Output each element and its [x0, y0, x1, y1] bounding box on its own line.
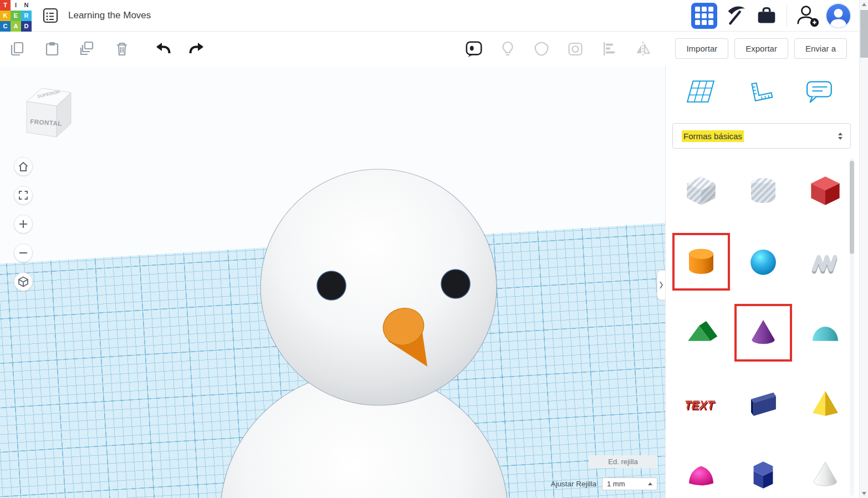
shape-glyph-sphere-blue: [745, 243, 782, 280]
notes-toggle-button[interactable]: [464, 39, 483, 58]
chevron-right-icon: [659, 281, 663, 289]
brick-export-button[interactable]: [753, 3, 779, 29]
logo-letter-C: C: [0, 21, 11, 32]
shape-category-value: Formas básicas: [682, 130, 744, 142]
undo-icon: [153, 40, 172, 58]
solid-mode-button[interactable]: [532, 39, 551, 58]
zoom-out-button[interactable]: [14, 243, 33, 262]
edit-tools: [8, 39, 207, 58]
undo-button[interactable]: [153, 39, 172, 58]
tinkercad-logo[interactable]: TINKERCAD: [0, 0, 32, 32]
workplane-tool-button[interactable]: [686, 77, 716, 106]
shape-tile-cylinder-orange[interactable]: [672, 233, 730, 291]
edit-grid-button[interactable]: Ed. rejilla: [589, 455, 657, 468]
shape-tile-sphere-blue[interactable]: [734, 233, 792, 291]
dashboard-button[interactable]: [691, 3, 717, 29]
caret-up-icon: [648, 482, 652, 485]
trash-icon: [113, 40, 131, 58]
shape-glyph-box-striped: [683, 172, 719, 209]
shapes-panel: Formas básicas TEXTTEXT: [665, 66, 859, 498]
snap-grid-select[interactable]: 1 mm: [602, 477, 657, 490]
perspective-toggle-button[interactable]: [14, 272, 33, 291]
header-divider: [787, 5, 787, 26]
redo-button[interactable]: [188, 39, 207, 58]
send-to-button[interactable]: Enviar a: [794, 38, 847, 59]
snowman-eye-left[interactable]: [317, 271, 346, 300]
shape-tile-pyramid-yellow[interactable]: [796, 375, 851, 433]
shape-glyph-paraboloid-magenta: [683, 456, 719, 493]
logo-letter-R: R: [21, 11, 32, 21]
header-actions: [691, 3, 851, 29]
shape-glyph-cylinder-striped: [745, 172, 782, 209]
shape-tile-halfsphere-teal[interactable]: [796, 304, 851, 362]
paste-icon: [43, 40, 61, 58]
invite-collaborator-button[interactable]: [794, 3, 820, 29]
file-actions: Importar Exportar Enviar a: [675, 38, 847, 59]
viewport-3d[interactable]: SUPERIOR FRONTAL: [0, 66, 665, 498]
person-icon: [826, 4, 850, 28]
panel-collapse-handle[interactable]: [657, 270, 665, 300]
page-scrollbar[interactable]: [859, 0, 868, 498]
grid-icon: [695, 7, 713, 25]
scroll-up-button[interactable]: [860, 0, 868, 9]
shape-glyph-roof-green: [683, 314, 719, 351]
shape-glyph-cone-purple: [745, 314, 782, 351]
import-button[interactable]: Importar: [675, 38, 728, 59]
mirror-button[interactable]: [634, 39, 652, 58]
home-icon: [17, 160, 29, 172]
fit-view-icon: [17, 189, 29, 201]
home-view-button[interactable]: [14, 157, 33, 176]
add-person-icon: [795, 3, 820, 28]
duplicate-button[interactable]: [78, 39, 96, 58]
snowman-eye-right[interactable]: [441, 270, 470, 298]
lightbulb-icon: [499, 40, 517, 58]
shape-tile-box-red[interactable]: [796, 162, 851, 220]
design-title[interactable]: Learning the Moves: [68, 10, 151, 21]
shape-tile-cone-purple[interactable]: [734, 304, 792, 362]
copy-icon: [8, 40, 26, 58]
notes-tool-button[interactable]: [805, 77, 835, 106]
shape-tile-polygon-darkblue[interactable]: [734, 375, 792, 433]
hole-mode-button[interactable]: [566, 39, 585, 58]
fit-view-button[interactable]: [14, 186, 33, 205]
shape-glyph-polygon-darkblue: [745, 385, 782, 422]
design-menu-button[interactable]: [42, 7, 59, 24]
account-avatar[interactable]: [825, 3, 851, 29]
snap-grid-label: Ajustar Rejilla: [550, 480, 596, 488]
export-button[interactable]: Exportar: [734, 38, 788, 59]
align-button[interactable]: [600, 39, 619, 58]
logo-letter-A: A: [11, 21, 21, 32]
scroll-down-button[interactable]: [860, 489, 868, 498]
copy-button[interactable]: [8, 39, 27, 58]
page-scrollbar-thumb[interactable]: [860, 10, 868, 58]
shape-tile-box-striped[interactable]: [672, 162, 730, 220]
shape-glyph-pyramid-yellow: [807, 385, 844, 422]
view-cube[interactable]: SUPERIOR FRONTAL: [17, 82, 74, 144]
hole-shape-icon: [566, 40, 584, 58]
tips-button[interactable]: [498, 39, 517, 58]
panel-scrollbar-thumb[interactable]: [850, 161, 854, 254]
minecraft-export-button[interactable]: [722, 3, 748, 29]
shape-tile-cylinder-striped[interactable]: [734, 162, 792, 220]
mirror-icon: [634, 40, 652, 58]
shape-tile-cone-white[interactable]: [796, 446, 851, 498]
paste-button[interactable]: [43, 39, 62, 58]
ruler-tool-button[interactable]: [746, 77, 775, 106]
list-icon: [42, 7, 59, 24]
perspective-cube-icon: [17, 276, 29, 288]
shape-tile-paraboloid-magenta[interactable]: [672, 446, 730, 498]
view-nav-tools: [14, 157, 33, 291]
shape-category-select[interactable]: Formas básicas: [672, 123, 851, 149]
shape-tile-text-red[interactable]: TEXTTEXT: [672, 375, 730, 433]
workplane-icon: [686, 79, 716, 104]
snowman-model[interactable]: [0, 66, 665, 498]
triangle-up-icon: [862, 3, 866, 6]
shape-glyph-cone-white: [807, 456, 844, 493]
shape-tile-scribble-gray[interactable]: [796, 233, 851, 291]
shape-tile-hexprism-darkblue[interactable]: [734, 446, 792, 498]
delete-button[interactable]: [113, 39, 131, 58]
logo-letter-D: D: [21, 21, 32, 32]
zoom-in-button[interactable]: [14, 215, 33, 233]
shape-glyph-text-red: TEXTTEXT: [683, 385, 719, 422]
shape-tile-roof-green[interactable]: [672, 304, 730, 362]
